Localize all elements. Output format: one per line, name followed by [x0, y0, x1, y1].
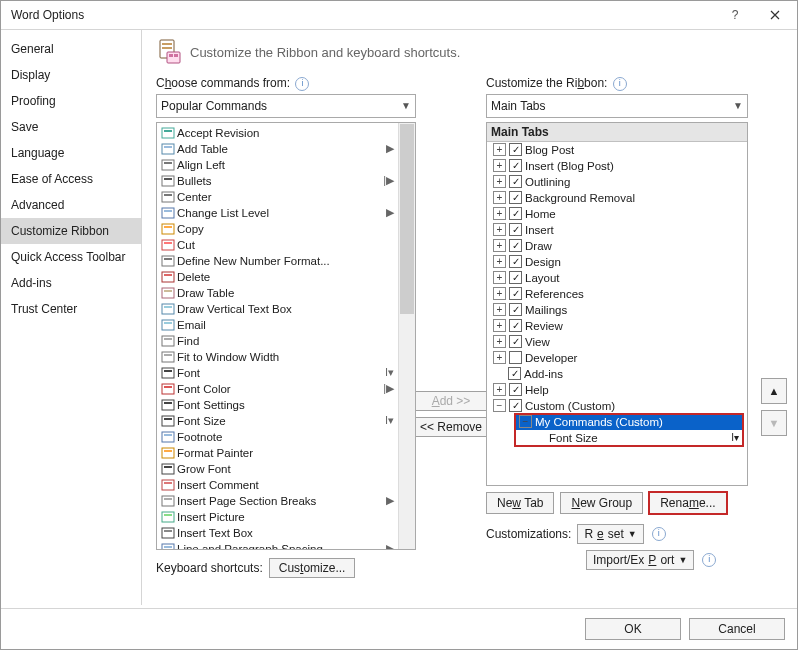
sidebar-item-quick-access-toolbar[interactable]: Quick Access Toolbar — [1, 244, 141, 270]
command-item[interactable]: Delete — [157, 269, 399, 285]
command-item[interactable]: Accept Revision — [157, 125, 399, 141]
checkbox[interactable] — [509, 303, 522, 316]
command-item[interactable]: Footnote — [157, 429, 399, 445]
checkbox[interactable] — [509, 383, 522, 396]
tree-item[interactable]: +Background Removal — [487, 190, 747, 206]
ok-button[interactable]: OK — [585, 618, 681, 640]
cancel-button[interactable]: Cancel — [689, 618, 785, 640]
tree-item[interactable]: +Design — [487, 254, 747, 270]
expand-icon[interactable]: + — [493, 143, 506, 156]
sidebar-item-proofing[interactable]: Proofing — [1, 88, 141, 114]
checkbox[interactable] — [509, 351, 522, 364]
command-item[interactable]: Find — [157, 333, 399, 349]
checkbox[interactable] — [509, 319, 522, 332]
tree-item[interactable]: +Insert — [487, 222, 747, 238]
expand-icon[interactable]: + — [493, 207, 506, 220]
sidebar-item-general[interactable]: General — [1, 36, 141, 62]
expand-icon[interactable]: + — [493, 303, 506, 316]
command-item[interactable]: Center — [157, 189, 399, 205]
expand-icon[interactable]: − — [493, 399, 506, 412]
expand-icon[interactable]: + — [493, 271, 506, 284]
checkbox[interactable] — [509, 143, 522, 156]
command-item[interactable]: Font Color|▶ — [157, 381, 399, 397]
command-item[interactable]: Cut — [157, 237, 399, 253]
tree-item[interactable]: −Custom (Custom) — [487, 398, 747, 414]
expand-icon[interactable]: + — [493, 351, 506, 364]
info-icon[interactable]: i — [613, 77, 627, 91]
customize-keyboard-button[interactable]: Customize... — [269, 558, 356, 578]
checkbox[interactable] — [509, 399, 522, 412]
checkbox[interactable] — [509, 207, 522, 220]
command-item[interactable]: Email — [157, 317, 399, 333]
tree-subitem[interactable]: Font SizeI▾ — [515, 430, 743, 446]
command-item[interactable]: Draw Vertical Text Box — [157, 301, 399, 317]
checkbox[interactable] — [509, 335, 522, 348]
commands-listbox[interactable]: Accept RevisionAdd Table▶Align LeftBulle… — [156, 122, 416, 550]
command-item[interactable]: Define New Number Format... — [157, 253, 399, 269]
sidebar-item-ease-of-access[interactable]: Ease of Access — [1, 166, 141, 192]
command-item[interactable]: Insert Comment — [157, 477, 399, 493]
tree-item[interactable]: +Layout — [487, 270, 747, 286]
tree-item[interactable]: +Help — [487, 382, 747, 398]
expand-icon[interactable]: − — [519, 415, 532, 428]
command-item[interactable]: Font SizeI▾ — [157, 413, 399, 429]
command-item[interactable]: Line and Paragraph Spacing▶ — [157, 541, 399, 550]
reset-dropdown[interactable]: Reset ▼ — [577, 524, 643, 544]
ribbon-tree[interactable]: Main Tabs +Blog Post+Insert (Blog Post)+… — [486, 122, 748, 486]
expand-icon[interactable]: + — [493, 223, 506, 236]
command-item[interactable]: Change List Level▶ — [157, 205, 399, 221]
expand-icon[interactable]: + — [493, 383, 506, 396]
sidebar-item-language[interactable]: Language — [1, 140, 141, 166]
expand-icon[interactable]: + — [493, 191, 506, 204]
checkbox[interactable] — [509, 223, 522, 236]
command-item[interactable]: Draw Table — [157, 285, 399, 301]
tree-item[interactable]: +Insert (Blog Post) — [487, 158, 747, 174]
expand-icon[interactable]: + — [493, 319, 506, 332]
sidebar-item-save[interactable]: Save — [1, 114, 141, 140]
tree-item-group-selected[interactable]: −My Commands (Custom) — [515, 414, 743, 430]
tree-item[interactable]: +Outlining — [487, 174, 747, 190]
command-item[interactable]: Font Settings — [157, 397, 399, 413]
customize-ribbon-dropdown[interactable]: Main Tabs▼ — [486, 94, 748, 118]
add-button[interactable]: Add >> — [408, 391, 494, 411]
checkbox[interactable] — [509, 159, 522, 172]
checkbox[interactable] — [509, 271, 522, 284]
new-group-button[interactable]: New Group — [560, 492, 643, 514]
command-item[interactable]: Copy — [157, 221, 399, 237]
tree-item[interactable]: Add-ins — [487, 366, 747, 382]
scrollbar-thumb[interactable] — [400, 124, 414, 314]
sidebar-item-add-ins[interactable]: Add-ins — [1, 270, 141, 296]
new-tab-button[interactable]: New Tab — [486, 492, 554, 514]
expand-icon[interactable]: + — [493, 335, 506, 348]
sidebar-item-display[interactable]: Display — [1, 62, 141, 88]
choose-commands-dropdown[interactable]: Popular Commands▼ — [156, 94, 416, 118]
command-item[interactable]: Insert Page Section Breaks▶ — [157, 493, 399, 509]
expand-icon[interactable]: + — [493, 239, 506, 252]
sidebar-item-trust-center[interactable]: Trust Center — [1, 296, 141, 322]
command-item[interactable]: Insert Text Box — [157, 525, 399, 541]
command-item[interactable]: Insert Picture — [157, 509, 399, 525]
tree-item[interactable]: +Developer — [487, 350, 747, 366]
command-item[interactable]: FontI▾ — [157, 365, 399, 381]
tree-item[interactable]: +Home — [487, 206, 747, 222]
tree-item[interactable]: +View — [487, 334, 747, 350]
move-up-button[interactable]: ▲ — [761, 378, 787, 404]
info-icon[interactable]: i — [295, 77, 309, 91]
move-down-button[interactable]: ▼ — [761, 410, 787, 436]
command-item[interactable]: Format Painter — [157, 445, 399, 461]
expand-icon[interactable]: + — [493, 175, 506, 188]
tree-item[interactable]: +References — [487, 286, 747, 302]
expand-icon[interactable]: + — [493, 255, 506, 268]
checkbox[interactable] — [509, 175, 522, 188]
expand-icon[interactable]: + — [493, 159, 506, 172]
expand-icon[interactable]: + — [493, 287, 506, 300]
checkbox[interactable] — [509, 191, 522, 204]
sidebar-item-customize-ribbon[interactable]: Customize Ribbon — [1, 218, 141, 244]
checkbox[interactable] — [509, 255, 522, 268]
tree-item[interactable]: +Mailings — [487, 302, 747, 318]
command-item[interactable]: Bullets|▶ — [157, 173, 399, 189]
checkbox[interactable] — [508, 367, 521, 380]
scrollbar[interactable] — [398, 123, 415, 549]
rename-button[interactable]: Rename... — [649, 492, 726, 514]
command-item[interactable]: Fit to Window Width — [157, 349, 399, 365]
